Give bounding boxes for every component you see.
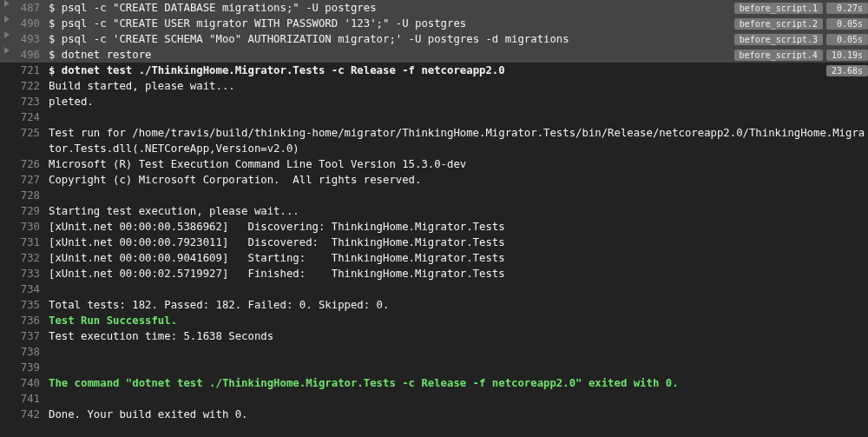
timing-badge-row[interactable]: before_script.30.05s <box>734 31 868 47</box>
expand-arrow-icon[interactable] <box>4 16 10 23</box>
timing-badge-row[interactable]: before_script.410.19s <box>734 47 868 63</box>
log-text: Microsoft (R) Test Execution Command Lin… <box>49 158 466 170</box>
line-number[interactable]: 742 <box>14 407 40 422</box>
log-text: The command "dotnet test ./ThinkingHome.… <box>49 377 679 389</box>
log-content: Copyright (c) Microsoft Corporation. All… <box>49 172 868 188</box>
line-number[interactable]: 739 <box>14 360 40 375</box>
line-number[interactable]: 726 <box>14 156 40 172</box>
log-content: Starting test execution, please wait... <box>49 203 868 219</box>
fold-gutter[interactable] <box>0 47 14 54</box>
log-line[interactable]: 735Total tests: 182. Passed: 182. Failed… <box>0 297 868 313</box>
log-line[interactable]: 727Copyright (c) Microsoft Corporation. … <box>0 172 868 188</box>
badge-time: 0.05s <box>826 18 868 30</box>
log-text: Build started, please wait... <box>49 80 235 92</box>
log-text: [xUnit.net 00:00:00.5386962] Discovering… <box>49 221 505 233</box>
line-number[interactable]: 728 <box>14 188 40 203</box>
log-line[interactable]: 742Done. Your build exited with 0. <box>0 407 868 422</box>
log-content: [xUnit.net 00:00:00.7923011] Discovered:… <box>49 235 868 250</box>
log-line[interactable]: 725Test run for /home/travis/build/think… <box>0 125 868 156</box>
line-number[interactable]: 487 <box>14 0 40 16</box>
badge-label: before_script.4 <box>734 50 823 61</box>
line-number[interactable]: 729 <box>14 203 40 219</box>
line-number[interactable]: 724 <box>14 109 40 125</box>
timing-badge-row[interactable]: before_script.20.05s <box>734 16 868 31</box>
fold-gutter[interactable] <box>0 16 14 23</box>
log-line[interactable]: 723pleted. <box>0 94 868 109</box>
line-number[interactable]: 727 <box>14 172 40 188</box>
line-number[interactable]: 733 <box>14 266 40 281</box>
log-text: dotnet test ./ThinkingHome.Migrator.Test… <box>62 64 505 76</box>
log-line[interactable]: 722Build started, please wait... <box>0 78 868 94</box>
line-number[interactable]: 736 <box>14 313 40 328</box>
log-content: Test Run Successful. <box>49 313 868 328</box>
log-line[interactable]: 728 <box>0 188 868 203</box>
line-number[interactable]: 731 <box>14 235 40 250</box>
line-number[interactable]: 723 <box>14 94 40 109</box>
line-number[interactable]: 737 <box>14 328 40 344</box>
log-line[interactable]: 734 <box>0 281 868 297</box>
log-content: Total tests: 182. Passed: 182. Failed: 0… <box>49 297 868 313</box>
log-text: Test Run Successful. <box>49 315 177 327</box>
log-line[interactable]: 741 <box>0 391 868 407</box>
line-number[interactable]: 741 <box>14 391 40 407</box>
shell-prompt: $ <box>49 33 62 45</box>
log-content: Test run for /home/travis/build/thinking… <box>49 125 868 156</box>
line-number[interactable]: 732 <box>14 250 40 266</box>
log-line[interactable]: 724 <box>0 109 868 125</box>
log-line[interactable]: 733[xUnit.net 00:00:02.5719927] Finished… <box>0 266 868 281</box>
expand-arrow-icon[interactable] <box>4 31 10 38</box>
badge-time: 0.05s <box>826 34 868 45</box>
line-number[interactable]: 722 <box>14 78 40 94</box>
line-number[interactable]: 734 <box>14 281 40 297</box>
fold-gutter[interactable] <box>0 0 14 7</box>
log-line[interactable]: 732[xUnit.net 00:00:00.9041609] Starting… <box>0 250 868 266</box>
log-line[interactable]: 731[xUnit.net 00:00:00.7923011] Discover… <box>0 235 868 250</box>
fold-gutter[interactable] <box>0 31 14 38</box>
log-content: [xUnit.net 00:00:00.5386962] Discovering… <box>49 219 868 235</box>
log-content: The command "dotnet test ./ThinkingHome.… <box>49 375 868 391</box>
log-text: Starting test execution, please wait... <box>49 205 299 217</box>
badge-label: before_script.2 <box>734 18 823 30</box>
expand-arrow-icon[interactable] <box>4 0 10 7</box>
log-text: [xUnit.net 00:00:00.9041609] Starting: T… <box>49 252 505 264</box>
shell-prompt: $ <box>49 17 62 30</box>
shell-prompt: $ <box>49 49 62 61</box>
line-number[interactable]: 721 <box>14 63 40 78</box>
log-text: psql -c "CREATE USER migrator WITH PASSW… <box>62 17 466 30</box>
line-number[interactable]: 738 <box>14 344 40 360</box>
line-number[interactable]: 735 <box>14 297 40 313</box>
timing-badge-row[interactable]: before_script.10.27s <box>734 0 868 16</box>
line-number[interactable]: 490 <box>14 16 40 31</box>
badge-label: before_script.1 <box>734 3 823 14</box>
log-line[interactable]: 739 <box>0 360 868 375</box>
log-content: Microsoft (R) Test Execution Command Lin… <box>49 156 868 172</box>
log-line[interactable]: 730[xUnit.net 00:00:00.5386962] Discover… <box>0 219 868 235</box>
log-content: Test execution time: 5.1638 Seconds <box>49 328 868 344</box>
timing-badge-row[interactable]: 23.68s <box>734 63 868 78</box>
log-line[interactable]: 737Test execution time: 5.1638 Seconds <box>0 328 868 344</box>
log-text: [xUnit.net 00:00:02.5719927] Finished: T… <box>49 268 505 280</box>
log-line[interactable]: 740The command "dotnet test ./ThinkingHo… <box>0 375 868 391</box>
log-text: [xUnit.net 00:00:00.7923011] Discovered:… <box>49 236 505 248</box>
log-line[interactable]: 726Microsoft (R) Test Execution Command … <box>0 156 868 172</box>
shell-prompt: $ <box>49 64 62 76</box>
line-number[interactable]: 725 <box>14 125 40 141</box>
log-text: Test run for /home/travis/build/thinking… <box>49 127 865 155</box>
log-text: Done. Your build exited with 0. <box>49 408 248 420</box>
badge-label: before_script.3 <box>734 34 823 45</box>
log-content: [xUnit.net 00:00:02.5719927] Finished: T… <box>49 266 868 281</box>
expand-arrow-icon[interactable] <box>4 47 10 54</box>
log-line[interactable]: 736Test Run Successful. <box>0 313 868 328</box>
line-number[interactable]: 730 <box>14 219 40 235</box>
log-text: Total tests: 182. Passed: 182. Failed: 0… <box>49 299 389 311</box>
log-line[interactable]: 738 <box>0 344 868 360</box>
line-number[interactable]: 493 <box>14 31 40 47</box>
log-text: Test execution time: 5.1638 Seconds <box>49 330 273 342</box>
badge-time: 23.68s <box>826 65 868 76</box>
log-content: pleted. <box>49 94 868 109</box>
line-number[interactable]: 740 <box>14 375 40 391</box>
log-line[interactable]: 729Starting test execution, please wait.… <box>0 203 868 219</box>
log-text: Copyright (c) Microsoft Corporation. All… <box>49 174 421 186</box>
timing-badges: before_script.10.27sbefore_script.20.05s… <box>734 0 868 78</box>
line-number[interactable]: 496 <box>14 47 40 63</box>
